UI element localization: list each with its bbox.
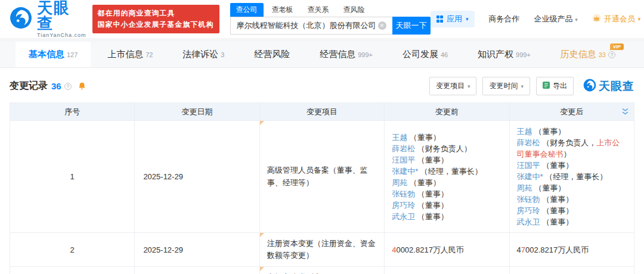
col-header: 变更后: [509, 103, 634, 121]
person-link[interactable]: 张钰勃: [392, 189, 415, 198]
col-header: 序号: [10, 103, 135, 121]
diff-highlight: 7: [521, 245, 525, 254]
export-button[interactable]: 导出: [536, 77, 574, 95]
tab-知识产权[interactable]: 知识产权999+: [465, 42, 544, 67]
change-after: 47002.8217万人民币: [509, 233, 634, 267]
company-section-tabs: 基本信息127上市信息72法律诉讼3经营风险经营信息999+公司发展46知识产权…: [0, 42, 644, 68]
change-item: 注册资本变更（注册资金、资金数额等变更）: [259, 233, 384, 267]
search-tab-1[interactable]: 查老板: [266, 3, 299, 17]
table-header-row: 序号变更日期变更项目变更前变更后: [10, 103, 634, 121]
search-input[interactable]: [230, 17, 392, 35]
change-records-table: 序号变更日期变更项目变更前变更后 12025-12-29高级管理人员备案（董事、…: [10, 102, 634, 274]
export-excel-icon: [543, 82, 550, 91]
person-link[interactable]: 汪国平: [392, 155, 415, 164]
tab-经营风险[interactable]: 经营风险: [241, 42, 303, 67]
search-module: 查公司查老板查关系查风险 ✕ 天眼一下: [230, 4, 431, 35]
tab-法律诉讼[interactable]: 法律诉讼3: [169, 42, 237, 67]
search-tab-0[interactable]: 查公司: [230, 3, 264, 17]
top-nav: 应用 ▾ 商务合作 企业级产品 ▾ 开通会员 ▾ 费米 ▾: [431, 11, 644, 27]
nav-apps[interactable]: 应用 ▾: [431, 11, 475, 27]
brand-tagline: 都在用的商业查询工具 国家中小企业发展子基金旗下机构: [92, 5, 219, 33]
change-date: 2025-12-29: [135, 121, 259, 233]
person-link[interactable]: 周苑: [392, 178, 407, 187]
help-icon[interactable]: ?: [64, 83, 72, 90]
person-link[interactable]: 汪国平: [517, 161, 540, 170]
top-header: 天眼查 TianYanCha.com 都在用的商业查询工具 国家中小企业发展子基…: [0, 0, 644, 38]
tab-上市信息[interactable]: 上市信息72: [94, 42, 166, 67]
person-link[interactable]: 薛岩松: [517, 138, 540, 147]
logo-title: 天眼查: [37, 0, 86, 31]
tab-公司发展[interactable]: 公司发展46: [389, 42, 461, 67]
tab-经营信息[interactable]: 经营信息999+: [306, 42, 386, 67]
collapse-double-chevron-icon[interactable]: [621, 108, 629, 117]
change-after: 其他股份有限公司（上市）: [509, 267, 634, 274]
help-icon: ?: [608, 51, 615, 58]
person-link[interactable]: 张钰勃: [517, 195, 540, 204]
clear-icon[interactable]: ✕: [378, 21, 386, 30]
tianyancha-logo[interactable]: 天眼查 TianYanCha.com: [10, 0, 86, 38]
subscribe-bell-icon[interactable]: [78, 82, 86, 91]
apps-grid-icon: [436, 15, 444, 23]
col-header: 变更项目: [259, 103, 384, 121]
chevron-down-icon: ▾: [467, 83, 470, 89]
change-records-panel: 变更记录 36 ? 变更项目 ▾ 变更时间 ▾ 导出: [0, 68, 644, 274]
table-row: 32025-12-29市场主体类型变更其他股份有限公司（非上市）其他股份有限公司…: [10, 267, 634, 274]
table-row: 22025-12-29注册资本变更（注册资金、资金数额等变更）40002.821…: [10, 233, 634, 267]
chevron-down-icon: ▾: [638, 16, 641, 22]
section-title: 变更记录: [10, 80, 48, 92]
tianyancha-logo-icon: [10, 7, 32, 32]
tab-基本信息[interactable]: 基本信息127: [16, 42, 91, 67]
person-link[interactable]: 武永卫: [517, 217, 540, 226]
person-link[interactable]: 张建中*: [392, 167, 418, 176]
person-link[interactable]: 房巧玲: [392, 201, 415, 210]
search-tab-3[interactable]: 查风险: [338, 3, 371, 17]
logo-subtitle: TianYanCha.com: [37, 33, 86, 38]
person-link[interactable]: 王越: [517, 127, 532, 136]
crown-icon: [592, 14, 601, 24]
person-link[interactable]: 王越: [392, 133, 407, 142]
change-item: 高级管理人员备案（董事、监事、经理等）: [259, 121, 384, 233]
row-index: 2: [10, 233, 135, 267]
search-button[interactable]: 天眼一下: [392, 17, 431, 35]
person-link[interactable]: 薛岩松: [392, 144, 415, 153]
person-link[interactable]: 房巧玲: [517, 206, 540, 215]
chevron-down-icon: ▾: [575, 17, 578, 23]
col-header: 变更前: [385, 103, 509, 121]
nav-business-cooperation[interactable]: 商务合作: [489, 14, 520, 24]
chevron-down-icon: ▾: [521, 83, 524, 89]
section-count: 36: [51, 81, 61, 91]
watermark-logo: 天眼查: [583, 79, 634, 94]
nav-enterprise-products[interactable]: 企业级产品 ▾: [534, 14, 578, 24]
search-category-tabs: 查公司查老板查关系查风险: [230, 4, 431, 17]
change-before: 其他股份有限公司（非上市）: [385, 267, 509, 274]
change-item: 市场主体类型变更: [259, 267, 384, 274]
change-date: 2025-12-29: [135, 233, 259, 267]
nav-open-vip[interactable]: 开通会员 ▾: [592, 14, 641, 24]
person-link[interactable]: 张建中*: [517, 172, 543, 181]
vip-badge: VIP: [610, 43, 624, 50]
person-link[interactable]: 武永卫: [392, 212, 415, 221]
change-before: 王越 （董事）薛岩松 （财务负责人）汪国平 （董事）张建中* （经理，董事长）周…: [385, 121, 509, 233]
filter-change-item-button[interactable]: 变更项目 ▾: [429, 77, 477, 95]
col-header: 变更日期: [135, 103, 259, 121]
section-header: 变更记录 36 ? 变更项目 ▾ 变更时间 ▾ 导出: [10, 68, 634, 102]
change-before: 40002.8217万人民币: [385, 233, 509, 267]
person-link[interactable]: 周苑: [517, 183, 532, 192]
tab-历史信息[interactable]: 历史信息33?VIP: [547, 42, 628, 67]
change-date: 2025-12-29: [135, 267, 259, 274]
row-index: 1: [10, 121, 135, 233]
change-after: 王越 （董事）薛岩松 （财务负责人，上市公司董事会秘书）汪国平 （董事）张建中*…: [509, 121, 634, 233]
table-row: 12025-12-29高级管理人员备案（董事、监事、经理等）王越 （董事）薛岩松…: [10, 121, 634, 233]
tianyancha-watermark-icon: [583, 79, 596, 94]
filter-change-time-button[interactable]: 变更时间 ▾: [482, 77, 530, 95]
search-tab-2[interactable]: 查关系: [302, 3, 335, 17]
row-index: 3: [10, 267, 135, 274]
